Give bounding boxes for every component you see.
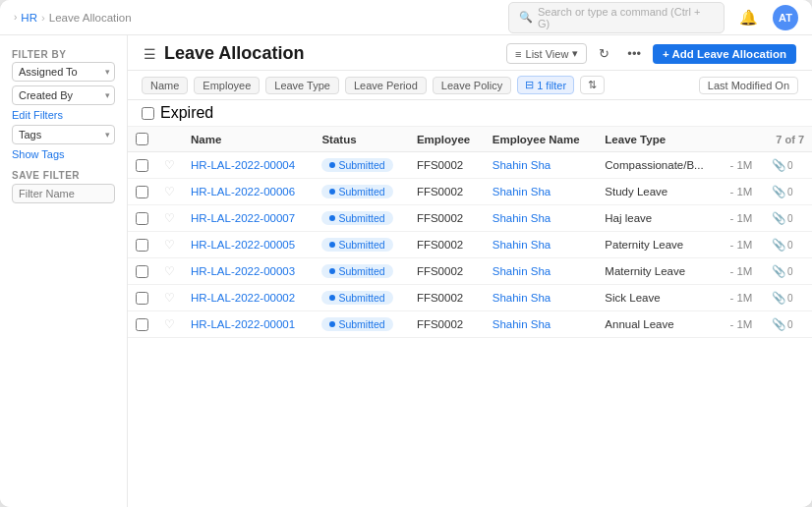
sort-button[interactable]: ⇅: [580, 76, 605, 94]
th-employee-name[interactable]: Employee Name: [485, 127, 598, 152]
filter-name-input[interactable]: [12, 184, 115, 203]
row-checkbox[interactable]: [128, 232, 156, 258]
row-name[interactable]: HR-LAL-2022-00005: [183, 232, 314, 258]
list-view-label: List View: [526, 48, 569, 60]
edit-filters-link[interactable]: Edit Filters: [12, 109, 115, 121]
row-duration: - 1M: [722, 152, 764, 179]
th-leave-type[interactable]: Leave Type: [597, 127, 722, 152]
row-name[interactable]: HR-LAL-2022-00001: [183, 311, 314, 338]
expired-checkbox[interactable]: [142, 107, 154, 120]
row-name[interactable]: HR-LAL-2022-00004: [183, 152, 314, 179]
row-checkbox[interactable]: [128, 179, 156, 205]
row-employee: FFS0002: [409, 152, 485, 179]
notification-bell-button[interactable]: 🔔: [734, 7, 763, 28]
row-attachments: 📎 0: [764, 152, 812, 179]
select-all-checkbox[interactable]: [136, 133, 148, 145]
name-filter-chip[interactable]: Name: [142, 77, 188, 94]
row-employee: FFS0002: [409, 258, 485, 285]
th-name[interactable]: Name: [183, 127, 314, 152]
row-attachments: 📎 0: [764, 179, 812, 205]
leave-period-filter-chip[interactable]: Leave Period: [345, 77, 427, 94]
row-checkbox[interactable]: [128, 311, 156, 338]
expired-row: Expired: [128, 100, 812, 127]
row-employee-name: Shahin Sha: [485, 258, 598, 285]
th-status[interactable]: Status: [314, 127, 408, 152]
table-row[interactable]: ♡ HR-LAL-2022-00003 Submitted FFS0002 Sh…: [128, 258, 812, 285]
table-row[interactable]: ♡ HR-LAL-2022-00004 Submitted FFS0002 Sh…: [128, 152, 812, 179]
row-leave-type: Study Leave: [597, 179, 722, 205]
row-employee: FFS0002: [409, 232, 485, 258]
show-tags-link[interactable]: Show Tags: [12, 148, 115, 160]
row-name[interactable]: HR-LAL-2022-00003: [183, 258, 314, 285]
created-by-filter: Created By: [12, 85, 115, 105]
table-body: ♡ HR-LAL-2022-00004 Submitted FFS0002 Sh…: [128, 152, 812, 338]
breadcrumb-hr[interactable]: HR: [21, 12, 37, 24]
row-fav[interactable]: ♡: [156, 311, 183, 338]
row-fav[interactable]: ♡: [156, 285, 183, 311]
row-attachments: 📎 0: [764, 311, 812, 338]
row-employee-name: Shahin Sha: [485, 311, 598, 338]
row-status: Submitted: [314, 205, 408, 232]
row-duration: - 1M: [722, 311, 764, 338]
employee-filter-chip[interactable]: Employee: [194, 77, 260, 94]
row-leave-type: Sick Leave: [597, 285, 722, 311]
row-attachments: 📎 0: [764, 258, 812, 285]
search-icon: 🔍: [519, 11, 533, 24]
table-row[interactable]: ♡ HR-LAL-2022-00007 Submitted FFS0002 Sh…: [128, 205, 812, 232]
row-fav[interactable]: ♡: [156, 179, 183, 205]
last-modified-button[interactable]: Last Modified On: [699, 77, 798, 94]
row-leave-type: Annual Leave: [597, 311, 722, 338]
row-duration: - 1M: [722, 205, 764, 232]
breadcrumb-icon: ›: [14, 12, 17, 23]
row-employee-name: Shahin Sha: [485, 179, 598, 205]
row-duration: - 1M: [722, 232, 764, 258]
list-view-button[interactable]: ≡ List View ▾: [506, 43, 587, 64]
tags-filter: Tags: [12, 125, 115, 144]
row-fav[interactable]: ♡: [156, 258, 183, 285]
created-by-select[interactable]: Created By: [12, 85, 115, 105]
row-checkbox[interactable]: [128, 152, 156, 179]
th-duration: [722, 127, 764, 152]
main-layout: Filter By Assigned To Created By Edit Fi…: [0, 35, 812, 507]
assigned-to-select[interactable]: Assigned To: [12, 62, 115, 82]
row-fav[interactable]: ♡: [156, 232, 183, 258]
row-fav[interactable]: ♡: [156, 205, 183, 232]
row-checkbox[interactable]: [128, 258, 156, 285]
row-status: Submitted: [314, 152, 408, 179]
row-fav[interactable]: ♡: [156, 152, 183, 179]
table-header-row: Name Status Employee Employee Name Leave…: [128, 127, 812, 152]
row-checkbox[interactable]: [128, 285, 156, 311]
tags-select[interactable]: Tags: [12, 125, 115, 144]
row-name[interactable]: HR-LAL-2022-00006: [183, 179, 314, 205]
filter-count-label: 1 filter: [537, 80, 566, 91]
topbar-right: 🔍 Search or type a command (Ctrl + G) 🔔 …: [508, 2, 798, 33]
table-row[interactable]: ♡ HR-LAL-2022-00005 Submitted FFS0002 Sh…: [128, 232, 812, 258]
leave-policy-filter-chip[interactable]: Leave Policy: [433, 77, 511, 94]
row-status: Submitted: [314, 285, 408, 311]
row-checkbox[interactable]: [128, 205, 156, 232]
row-employee-name: Shahin Sha: [485, 285, 598, 311]
leave-type-filter-chip[interactable]: Leave Type: [265, 77, 339, 94]
table-row[interactable]: ♡ HR-LAL-2022-00002 Submitted FFS0002 Sh…: [128, 285, 812, 311]
search-bar[interactable]: 🔍 Search or type a command (Ctrl + G): [508, 2, 725, 33]
active-filter-button[interactable]: ⊟ 1 filter: [517, 76, 574, 94]
sidebar: Filter By Assigned To Created By Edit Fi…: [0, 35, 128, 507]
row-duration: - 1M: [722, 258, 764, 285]
refresh-button[interactable]: ↻: [593, 43, 615, 64]
search-placeholder: Search or type a command (Ctrl + G): [538, 6, 714, 29]
row-name[interactable]: HR-LAL-2022-00007: [183, 205, 314, 232]
th-employee[interactable]: Employee: [409, 127, 485, 152]
hamburger-icon[interactable]: ☰: [144, 46, 156, 62]
add-leave-allocation-button[interactable]: + Add Leave Allocation: [653, 44, 796, 64]
avatar-button[interactable]: AT: [773, 5, 798, 30]
row-leave-type: Maternity Leave: [597, 258, 722, 285]
row-name[interactable]: HR-LAL-2022-00002: [183, 285, 314, 311]
chevron-down-icon: ▾: [572, 47, 578, 60]
table-row[interactable]: ♡ HR-LAL-2022-00001 Submitted FFS0002 Sh…: [128, 311, 812, 338]
row-leave-type: Paternity Leave: [597, 232, 722, 258]
table-row[interactable]: ♡ HR-LAL-2022-00006 Submitted FFS0002 Sh…: [128, 179, 812, 205]
more-options-button[interactable]: •••: [621, 43, 647, 64]
row-duration: - 1M: [722, 285, 764, 311]
row-employee-name: Shahin Sha: [485, 232, 598, 258]
breadcrumb: › HR › Leave Allocation: [14, 12, 132, 24]
